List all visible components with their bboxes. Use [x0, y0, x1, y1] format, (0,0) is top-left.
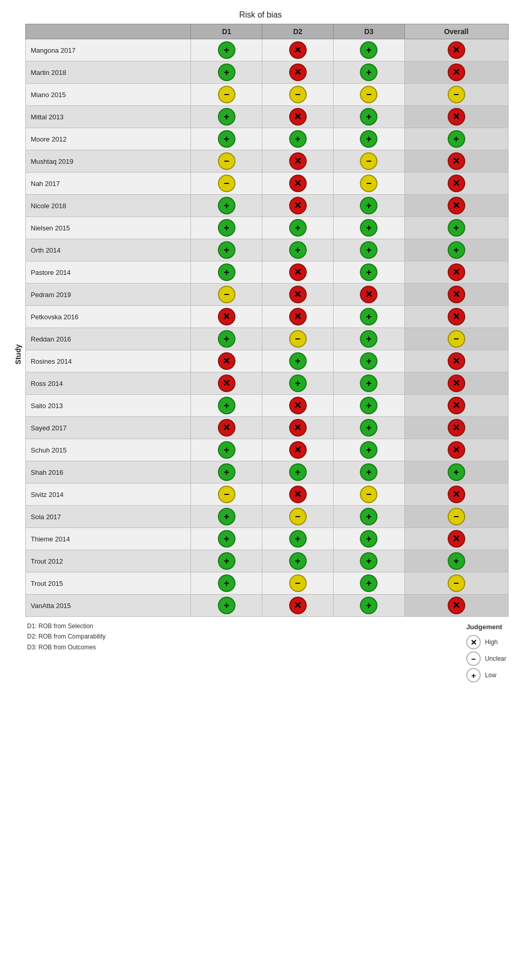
- risk-circle: −: [448, 86, 465, 103]
- footer-d2: D2: ROB from Comparability: [27, 631, 106, 642]
- risk-circle: +: [360, 263, 377, 281]
- risk-circle: +: [289, 375, 307, 392]
- risk-circle: +: [289, 463, 307, 481]
- study-name: Reddan 2016: [25, 328, 191, 350]
- risk-circle: +: [289, 352, 307, 370]
- risk-circle: ✕: [448, 263, 465, 281]
- risk-circle: ✕: [289, 486, 307, 503]
- risk-circle: +: [218, 263, 235, 281]
- table-wrapper: Study D1 D2 D3 Overall Mangona 2017+✕+✕M…: [13, 24, 509, 685]
- risk-circle: ✕: [448, 597, 465, 614]
- legend-high: ✕ High: [466, 635, 506, 649]
- study-name: Nicole 2018: [25, 195, 191, 217]
- study-name: Mushtaq 2019: [25, 150, 191, 173]
- risk-circle: +: [218, 530, 235, 548]
- footer-d1: D1: ROB from Selection: [27, 621, 106, 631]
- risk-circle: ✕: [448, 175, 465, 192]
- risk-circle: +: [218, 41, 235, 59]
- risk-circle: ✕: [289, 175, 307, 192]
- study-name: Thieme 2014: [25, 528, 191, 550]
- judgement-title: Judgement: [466, 621, 506, 633]
- study-name: Petkovska 2016: [25, 306, 191, 328]
- risk-circle: +: [360, 508, 377, 525]
- risk-circle: +: [218, 241, 235, 259]
- risk-circle: +: [360, 552, 377, 570]
- risk-circle: −: [218, 286, 235, 303]
- risk-circle: ✕: [448, 530, 465, 548]
- risk-circle: ✕: [289, 152, 307, 170]
- risk-circle: ✕: [448, 41, 465, 59]
- risk-circle: +: [360, 130, 377, 148]
- col-header-d3: D3: [333, 24, 404, 39]
- risk-circle: +: [360, 463, 377, 481]
- risk-of-bias-table: D1 D2 D3 Overall Mangona 2017+✕+✕Martin …: [25, 24, 509, 617]
- risk-circle: −: [360, 86, 377, 103]
- page-title: Risk of bias: [13, 10, 509, 20]
- risk-circle: ✕: [448, 197, 465, 214]
- risk-circle: +: [218, 508, 235, 525]
- risk-circle: ✕: [289, 263, 307, 281]
- risk-circle: +: [218, 219, 235, 237]
- risk-circle: ✕: [448, 108, 465, 126]
- risk-circle: +: [448, 219, 465, 237]
- legend-low-label: Low: [485, 670, 496, 681]
- footer: D1: ROB from Selection D2: ROB from Comp…: [25, 621, 509, 685]
- risk-circle: −: [360, 152, 377, 170]
- risk-circle: +: [218, 597, 235, 614]
- footer-left: D1: ROB from Selection D2: ROB from Comp…: [27, 621, 106, 685]
- risk-circle: +: [360, 352, 377, 370]
- risk-circle: −: [218, 486, 235, 503]
- footer-d3: D3: ROB from Outcomes: [27, 642, 106, 652]
- col-header-study: [25, 24, 191, 39]
- risk-circle: −: [218, 175, 235, 192]
- risk-circle: +: [360, 330, 377, 348]
- risk-circle: −: [448, 330, 465, 348]
- footer-right: Judgement ✕ High − Unclear + Low: [466, 621, 506, 685]
- risk-circle: ✕: [448, 441, 465, 459]
- legend-unclear-label: Unclear: [485, 654, 506, 665]
- study-name: Orth 2014: [25, 239, 191, 261]
- study-name: Martin 2018: [25, 61, 191, 84]
- study-name: VanAtta 2015: [25, 595, 191, 617]
- risk-circle: −: [289, 86, 307, 103]
- risk-circle: +: [448, 241, 465, 259]
- study-name: Mangona 2017: [25, 39, 191, 61]
- risk-circle: ✕: [289, 197, 307, 214]
- risk-circle: ✕: [448, 352, 465, 370]
- risk-circle: ✕: [289, 397, 307, 414]
- y-axis-label: Study: [13, 24, 23, 685]
- risk-circle: ✕: [289, 597, 307, 614]
- study-name: Sayed 2017: [25, 417, 191, 439]
- risk-circle: ✕: [218, 375, 235, 392]
- risk-circle: +: [448, 130, 465, 148]
- risk-circle: ✕: [448, 375, 465, 392]
- risk-circle: +: [360, 597, 377, 614]
- table-area: D1 D2 D3 Overall Mangona 2017+✕+✕Martin …: [25, 24, 509, 685]
- risk-circle: ✕: [218, 308, 235, 325]
- risk-circle: +: [218, 197, 235, 214]
- risk-circle: ✕: [448, 152, 465, 170]
- risk-circle: +: [289, 530, 307, 548]
- risk-circle: +: [360, 241, 377, 259]
- study-name: Trout 2012: [25, 550, 191, 572]
- risk-circle: +: [289, 552, 307, 570]
- risk-circle: ✕: [289, 419, 307, 437]
- risk-circle: ✕: [360, 286, 377, 303]
- risk-circle: +: [360, 574, 377, 592]
- risk-circle: −: [218, 86, 235, 103]
- risk-circle: ✕: [218, 419, 235, 437]
- study-name: Sola 2017: [25, 506, 191, 528]
- risk-circle: +: [360, 375, 377, 392]
- study-name: Miano 2015: [25, 84, 191, 106]
- risk-circle: ✕: [448, 397, 465, 414]
- risk-circle: +: [360, 197, 377, 214]
- study-name: Moore 2012: [25, 128, 191, 150]
- legend-low: + Low: [466, 668, 506, 682]
- study-name: Pedram 2019: [25, 284, 191, 306]
- risk-circle: +: [218, 130, 235, 148]
- legend-high-label: High: [485, 637, 498, 648]
- risk-circle: +: [360, 308, 377, 325]
- risk-circle: ✕: [289, 64, 307, 81]
- risk-circle: ✕: [448, 64, 465, 81]
- risk-circle: +: [218, 441, 235, 459]
